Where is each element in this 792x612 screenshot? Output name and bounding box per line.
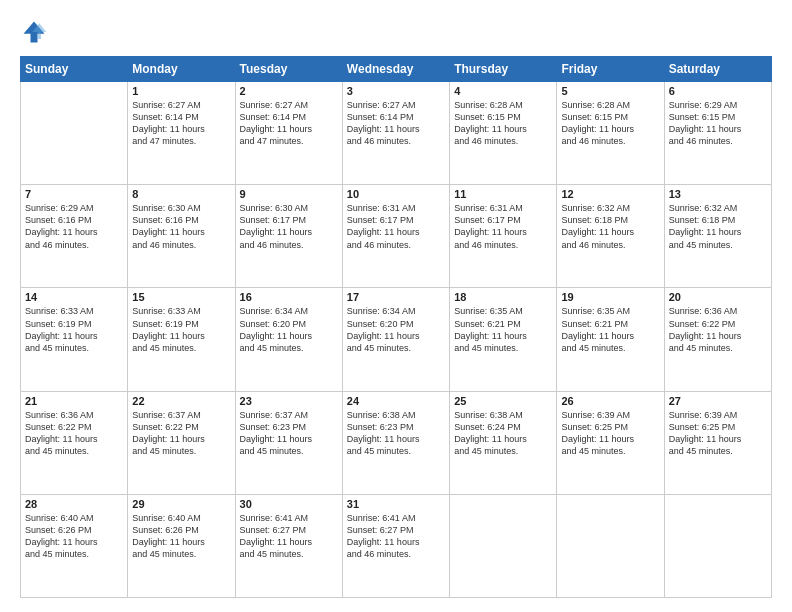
calendar-cell: 6Sunrise: 6:29 AM Sunset: 6:15 PM Daylig… — [664, 82, 771, 185]
calendar-cell: 31Sunrise: 6:41 AM Sunset: 6:27 PM Dayli… — [342, 494, 449, 597]
cell-info: Sunrise: 6:30 AM Sunset: 6:16 PM Dayligh… — [132, 202, 230, 251]
cell-info: Sunrise: 6:33 AM Sunset: 6:19 PM Dayligh… — [132, 305, 230, 354]
calendar-week-row: 7Sunrise: 6:29 AM Sunset: 6:16 PM Daylig… — [21, 185, 772, 288]
day-number: 27 — [669, 395, 767, 407]
calendar-cell: 13Sunrise: 6:32 AM Sunset: 6:18 PM Dayli… — [664, 185, 771, 288]
day-number: 9 — [240, 188, 338, 200]
calendar-cell: 21Sunrise: 6:36 AM Sunset: 6:22 PM Dayli… — [21, 391, 128, 494]
calendar-cell: 29Sunrise: 6:40 AM Sunset: 6:26 PM Dayli… — [128, 494, 235, 597]
calendar-table: SundayMondayTuesdayWednesdayThursdayFrid… — [20, 56, 772, 598]
day-number: 8 — [132, 188, 230, 200]
cell-info: Sunrise: 6:41 AM Sunset: 6:27 PM Dayligh… — [240, 512, 338, 561]
day-number: 6 — [669, 85, 767, 97]
calendar-cell: 15Sunrise: 6:33 AM Sunset: 6:19 PM Dayli… — [128, 288, 235, 391]
day-number: 24 — [347, 395, 445, 407]
day-number: 19 — [561, 291, 659, 303]
day-number: 20 — [669, 291, 767, 303]
cell-info: Sunrise: 6:29 AM Sunset: 6:15 PM Dayligh… — [669, 99, 767, 148]
day-number: 28 — [25, 498, 123, 510]
day-number: 22 — [132, 395, 230, 407]
cell-info: Sunrise: 6:31 AM Sunset: 6:17 PM Dayligh… — [454, 202, 552, 251]
day-number: 7 — [25, 188, 123, 200]
cell-info: Sunrise: 6:38 AM Sunset: 6:23 PM Dayligh… — [347, 409, 445, 458]
calendar-weekday-monday: Monday — [128, 57, 235, 82]
calendar-cell: 24Sunrise: 6:38 AM Sunset: 6:23 PM Dayli… — [342, 391, 449, 494]
calendar-cell: 28Sunrise: 6:40 AM Sunset: 6:26 PM Dayli… — [21, 494, 128, 597]
day-number: 26 — [561, 395, 659, 407]
day-number: 23 — [240, 395, 338, 407]
day-number: 17 — [347, 291, 445, 303]
calendar-cell — [450, 494, 557, 597]
cell-info: Sunrise: 6:27 AM Sunset: 6:14 PM Dayligh… — [347, 99, 445, 148]
calendar-cell: 14Sunrise: 6:33 AM Sunset: 6:19 PM Dayli… — [21, 288, 128, 391]
cell-info: Sunrise: 6:37 AM Sunset: 6:23 PM Dayligh… — [240, 409, 338, 458]
calendar-cell: 2Sunrise: 6:27 AM Sunset: 6:14 PM Daylig… — [235, 82, 342, 185]
calendar-cell: 4Sunrise: 6:28 AM Sunset: 6:15 PM Daylig… — [450, 82, 557, 185]
calendar-cell: 8Sunrise: 6:30 AM Sunset: 6:16 PM Daylig… — [128, 185, 235, 288]
calendar-cell: 5Sunrise: 6:28 AM Sunset: 6:15 PM Daylig… — [557, 82, 664, 185]
calendar-weekday-friday: Friday — [557, 57, 664, 82]
calendar-cell: 10Sunrise: 6:31 AM Sunset: 6:17 PM Dayli… — [342, 185, 449, 288]
calendar-cell: 30Sunrise: 6:41 AM Sunset: 6:27 PM Dayli… — [235, 494, 342, 597]
cell-info: Sunrise: 6:38 AM Sunset: 6:24 PM Dayligh… — [454, 409, 552, 458]
calendar-cell — [664, 494, 771, 597]
calendar-cell: 9Sunrise: 6:30 AM Sunset: 6:17 PM Daylig… — [235, 185, 342, 288]
calendar-cell: 3Sunrise: 6:27 AM Sunset: 6:14 PM Daylig… — [342, 82, 449, 185]
header — [20, 18, 772, 46]
calendar-weekday-tuesday: Tuesday — [235, 57, 342, 82]
calendar-week-row: 28Sunrise: 6:40 AM Sunset: 6:26 PM Dayli… — [21, 494, 772, 597]
cell-info: Sunrise: 6:37 AM Sunset: 6:22 PM Dayligh… — [132, 409, 230, 458]
cell-info: Sunrise: 6:28 AM Sunset: 6:15 PM Dayligh… — [454, 99, 552, 148]
day-number: 4 — [454, 85, 552, 97]
calendar-cell: 26Sunrise: 6:39 AM Sunset: 6:25 PM Dayli… — [557, 391, 664, 494]
day-number: 16 — [240, 291, 338, 303]
cell-info: Sunrise: 6:36 AM Sunset: 6:22 PM Dayligh… — [669, 305, 767, 354]
cell-info: Sunrise: 6:36 AM Sunset: 6:22 PM Dayligh… — [25, 409, 123, 458]
calendar-cell: 17Sunrise: 6:34 AM Sunset: 6:20 PM Dayli… — [342, 288, 449, 391]
cell-info: Sunrise: 6:40 AM Sunset: 6:26 PM Dayligh… — [25, 512, 123, 561]
cell-info: Sunrise: 6:40 AM Sunset: 6:26 PM Dayligh… — [132, 512, 230, 561]
page: SundayMondayTuesdayWednesdayThursdayFrid… — [0, 0, 792, 612]
cell-info: Sunrise: 6:32 AM Sunset: 6:18 PM Dayligh… — [669, 202, 767, 251]
cell-info: Sunrise: 6:39 AM Sunset: 6:25 PM Dayligh… — [669, 409, 767, 458]
calendar-cell: 20Sunrise: 6:36 AM Sunset: 6:22 PM Dayli… — [664, 288, 771, 391]
day-number: 10 — [347, 188, 445, 200]
day-number: 5 — [561, 85, 659, 97]
day-number: 12 — [561, 188, 659, 200]
calendar-cell: 7Sunrise: 6:29 AM Sunset: 6:16 PM Daylig… — [21, 185, 128, 288]
cell-info: Sunrise: 6:34 AM Sunset: 6:20 PM Dayligh… — [240, 305, 338, 354]
cell-info: Sunrise: 6:41 AM Sunset: 6:27 PM Dayligh… — [347, 512, 445, 561]
day-number: 30 — [240, 498, 338, 510]
cell-info: Sunrise: 6:35 AM Sunset: 6:21 PM Dayligh… — [454, 305, 552, 354]
calendar-cell: 1Sunrise: 6:27 AM Sunset: 6:14 PM Daylig… — [128, 82, 235, 185]
day-number: 21 — [25, 395, 123, 407]
day-number: 13 — [669, 188, 767, 200]
calendar-cell: 25Sunrise: 6:38 AM Sunset: 6:24 PM Dayli… — [450, 391, 557, 494]
calendar-weekday-sunday: Sunday — [21, 57, 128, 82]
cell-info: Sunrise: 6:27 AM Sunset: 6:14 PM Dayligh… — [132, 99, 230, 148]
calendar-cell: 27Sunrise: 6:39 AM Sunset: 6:25 PM Dayli… — [664, 391, 771, 494]
calendar-cell: 19Sunrise: 6:35 AM Sunset: 6:21 PM Dayli… — [557, 288, 664, 391]
cell-info: Sunrise: 6:32 AM Sunset: 6:18 PM Dayligh… — [561, 202, 659, 251]
day-number: 29 — [132, 498, 230, 510]
day-number: 2 — [240, 85, 338, 97]
calendar-weekday-saturday: Saturday — [664, 57, 771, 82]
day-number: 31 — [347, 498, 445, 510]
calendar-cell: 12Sunrise: 6:32 AM Sunset: 6:18 PM Dayli… — [557, 185, 664, 288]
calendar-cell: 22Sunrise: 6:37 AM Sunset: 6:22 PM Dayli… — [128, 391, 235, 494]
cell-info: Sunrise: 6:31 AM Sunset: 6:17 PM Dayligh… — [347, 202, 445, 251]
day-number: 15 — [132, 291, 230, 303]
cell-info: Sunrise: 6:39 AM Sunset: 6:25 PM Dayligh… — [561, 409, 659, 458]
day-number: 11 — [454, 188, 552, 200]
calendar-cell — [21, 82, 128, 185]
day-number: 14 — [25, 291, 123, 303]
calendar-cell: 16Sunrise: 6:34 AM Sunset: 6:20 PM Dayli… — [235, 288, 342, 391]
cell-info: Sunrise: 6:34 AM Sunset: 6:20 PM Dayligh… — [347, 305, 445, 354]
cell-info: Sunrise: 6:35 AM Sunset: 6:21 PM Dayligh… — [561, 305, 659, 354]
cell-info: Sunrise: 6:29 AM Sunset: 6:16 PM Dayligh… — [25, 202, 123, 251]
cell-info: Sunrise: 6:33 AM Sunset: 6:19 PM Dayligh… — [25, 305, 123, 354]
day-number: 3 — [347, 85, 445, 97]
calendar-cell: 23Sunrise: 6:37 AM Sunset: 6:23 PM Dayli… — [235, 391, 342, 494]
calendar-week-row: 1Sunrise: 6:27 AM Sunset: 6:14 PM Daylig… — [21, 82, 772, 185]
calendar-cell: 11Sunrise: 6:31 AM Sunset: 6:17 PM Dayli… — [450, 185, 557, 288]
